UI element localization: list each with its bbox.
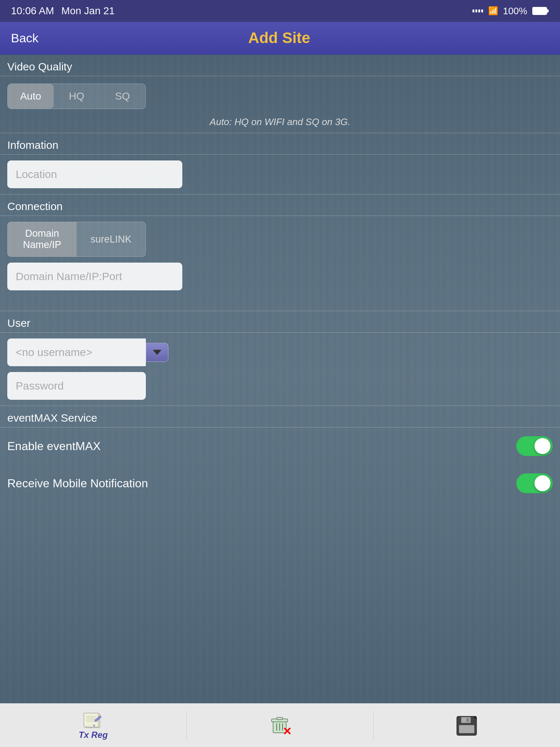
- location-input[interactable]: [7, 160, 182, 188]
- video-quality-auto[interactable]: Auto: [8, 84, 54, 109]
- main-content: Video Quality Auto HQ SQ Auto: HQ on WIF…: [0, 55, 560, 502]
- svg-rect-12: [277, 717, 283, 720]
- trash-icon: [269, 715, 291, 736]
- wifi-icon: 📶: [488, 6, 498, 16]
- page-title: Add Site: [39, 29, 520, 47]
- status-bar: 10:06 AM Mon Jan 21 📶 100%: [0, 0, 560, 22]
- delete-button[interactable]: [187, 704, 373, 747]
- status-date: Mon Jan 21: [54, 5, 472, 17]
- information-header: Infomation: [0, 133, 560, 155]
- bottom-toolbar: Tx Reg: [0, 703, 560, 747]
- auto-quality-note: Auto: HQ on WIFI and SQ on 3G.: [7, 116, 553, 128]
- battery-icon: [532, 7, 549, 15]
- mobile-notification-label: Receive Mobile Notification: [7, 477, 516, 490]
- back-button[interactable]: Back: [11, 31, 39, 45]
- txreg-button[interactable]: Tx Reg: [0, 704, 186, 747]
- txreg-label: Tx Reg: [79, 730, 108, 740]
- mobile-notification-toggle[interactable]: [516, 473, 553, 493]
- status-time: 10:06 AM: [11, 5, 54, 17]
- video-quality-sq[interactable]: SQ: [100, 84, 145, 109]
- video-quality-header: Video Quality: [0, 55, 560, 76]
- svg-rect-19: [459, 725, 474, 733]
- txreg-icon: [82, 711, 104, 729]
- chevron-down-icon: [153, 350, 162, 355]
- video-quality-hq[interactable]: HQ: [54, 84, 100, 109]
- enable-eventmax-row: Enable eventMAX: [0, 427, 560, 465]
- eventmax-header: eventMAX Service: [0, 406, 560, 427]
- connection-surelink[interactable]: sureLINK: [77, 222, 145, 256]
- connection-header: Connection: [0, 194, 560, 216]
- toggle-knob-2: [534, 475, 551, 491]
- txreg-icon-area: [82, 711, 104, 729]
- username-row: [7, 338, 553, 366]
- save-button[interactable]: [374, 704, 560, 747]
- connection-segment: Domain Name/IP sureLINK: [7, 222, 146, 257]
- floppy-disk-icon: [455, 715, 478, 736]
- toggle-knob: [534, 438, 551, 454]
- nav-bar: Back Add Site: [0, 22, 560, 55]
- enable-eventmax-label: Enable eventMAX: [7, 440, 516, 453]
- user-header: User: [0, 311, 560, 333]
- svg-rect-21: [466, 718, 469, 722]
- mobile-notification-row: Receive Mobile Notification: [0, 465, 560, 502]
- connection-domain[interactable]: Domain Name/IP: [8, 222, 77, 256]
- enable-eventmax-toggle[interactable]: [516, 436, 553, 456]
- svg-rect-2: [547, 9, 549, 12]
- svg-rect-1: [533, 8, 547, 14]
- signal-icon: [472, 9, 483, 12]
- battery-indicator: 100%: [503, 5, 528, 17]
- svg-rect-20: [461, 717, 471, 723]
- password-input[interactable]: [7, 372, 146, 400]
- username-dropdown-button[interactable]: [146, 343, 168, 362]
- domain-input[interactable]: [7, 263, 182, 290]
- status-icons: 📶 100%: [472, 5, 549, 17]
- username-input[interactable]: [7, 338, 146, 366]
- video-quality-segment: Auto HQ SQ: [7, 84, 146, 109]
